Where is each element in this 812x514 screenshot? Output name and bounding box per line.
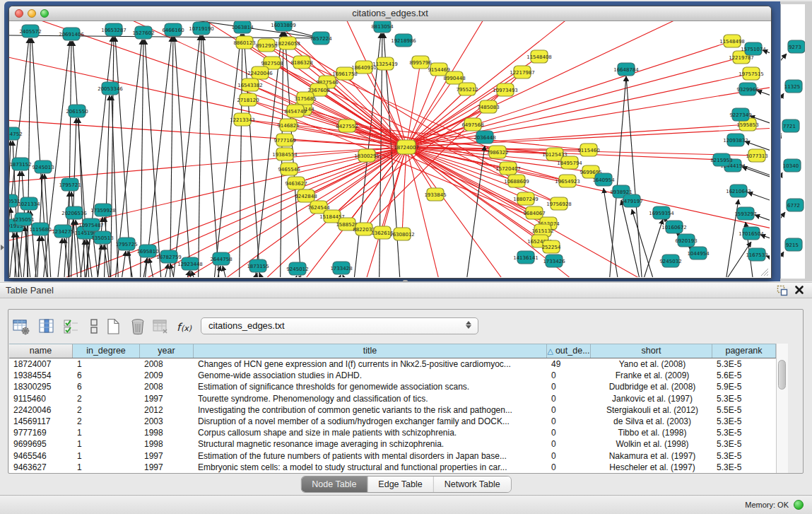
table-cell[interactable]: 9777169 [9, 427, 73, 438]
table-selector-dropdown[interactable]: citations_edges.txt [201, 317, 478, 334]
graph-node[interactable]: 8454749 [284, 105, 306, 117]
graph-node[interactable]: 16648784 [613, 63, 639, 76]
table-cell[interactable]: 1997 [140, 450, 194, 462]
graph-node[interactable]: 17016504 [739, 227, 764, 240]
graph-node[interactable]: 12217987 [510, 66, 535, 78]
table-cell[interactable]: 2 [73, 393, 140, 404]
graph-node[interactable]: 7857224 [310, 32, 332, 45]
table-cell[interactable]: 6 [73, 370, 140, 381]
graph-node[interactable]: 1527602 [132, 26, 154, 39]
graph-node[interactable]: 9245032 [659, 255, 681, 267]
graph-node[interactable]: 1873155 [247, 259, 269, 272]
graph-node[interactable]: 16959354 [649, 206, 674, 219]
table-cell[interactable]: Estimation of significance thresholds fo… [194, 381, 547, 392]
graph-node[interactable]: 2644752 [9, 127, 23, 140]
tab-network-table[interactable]: Network Table [434, 477, 511, 492]
graph-node[interactable]: 1115680 [29, 223, 51, 235]
table-cell[interactable]: Nakamura et al. (1997) [591, 450, 712, 462]
graph-node[interactable]: 1733426 [543, 255, 565, 267]
graph-node[interactable]: 1044954 [687, 247, 710, 259]
table-cell[interactable]: Disruption of a novel member of a sodium… [194, 416, 547, 427]
network-canvas[interactable]: 2405572 20691406 10653287 1527602 646616… [9, 21, 770, 277]
table-cell[interactable]: 14569117 [9, 416, 73, 427]
graph-node[interactable]: 12213343 [230, 113, 255, 126]
graph-node[interactable]: 1021334 [18, 197, 40, 210]
close-panel-button[interactable] [794, 284, 805, 296]
graph-node[interactable]: 1873152 [9, 158, 31, 170]
table-row[interactable]: 1872400712008Changes of HCN gene express… [9, 358, 776, 370]
table-row[interactable]: 946554611997Estimation of the future num… [9, 450, 776, 462]
memory-status-dot[interactable] [794, 500, 804, 510]
table-cell[interactable]: 5.3E-5 [712, 416, 776, 427]
table-cell[interactable]: 0 [547, 450, 591, 462]
scrollbar-thumb[interactable] [778, 360, 786, 390]
table-cell[interactable]: 0 [547, 393, 591, 404]
table-cell[interactable]: 5.3E-5 [712, 438, 776, 450]
table-cell[interactable]: Hescheler et al. (1997) [591, 462, 712, 473]
graph-node[interactable]: 10688609 [504, 175, 529, 187]
table-cell[interactable]: Dudbridge et al. (2008) [591, 381, 712, 392]
table-row[interactable]: 969969511998Structural magnetic resonanc… [9, 438, 776, 450]
table-cell[interactable]: Investigating the contribution of common… [194, 404, 547, 416]
graph-node[interactable]: 12093832 [723, 134, 748, 146]
table-cell[interactable]: 2008 [140, 381, 194, 392]
graph-node[interactable]: 2405572 [19, 25, 41, 37]
graph-node[interactable]: 1795721 [59, 178, 81, 191]
graph-node[interactable]: 20206536 [61, 206, 87, 219]
table-cell[interactable]: 0 [547, 416, 591, 427]
table-cell[interactable]: 0 [547, 404, 591, 416]
table-vertical-scrollbar[interactable] [776, 344, 788, 473]
graph-node[interactable]: 1235051 [12, 213, 34, 226]
window-close-button[interactable] [15, 9, 23, 18]
graph-node[interactable]: 1063814 [231, 21, 254, 33]
table-cell[interactable]: 1 [73, 450, 140, 462]
graph-node[interactable]: 19218986 [391, 34, 416, 47]
graph-node[interactable]: 9245012 [286, 262, 308, 275]
table-cell[interactable]: 18300295 [9, 381, 73, 392]
graph-node[interactable]: 8427552 [336, 119, 358, 132]
table-cell[interactable]: Stergiakouli et al. (2012) [591, 404, 712, 416]
table-row[interactable]: 2242004622012Investigating the contribut… [9, 404, 776, 416]
column-header-year[interactable]: year [140, 344, 194, 358]
table-cell[interactable]: 9115460 [9, 393, 73, 404]
graph-node[interactable]: 1167533 [746, 248, 767, 261]
graph-node[interactable]: 2036448 [473, 131, 495, 144]
table-cell[interactable]: 0 [547, 438, 591, 450]
column-header-short[interactable]: short [591, 344, 712, 358]
select-all-icon[interactable] [60, 316, 83, 339]
graph-node[interactable]: 1350513 [91, 231, 113, 244]
graph-node[interactable]: 2644758 [210, 252, 232, 265]
table-cell[interactable]: Jankovic et al. (1997) [591, 393, 712, 404]
graph-node[interactable]: 10653287 [101, 23, 126, 36]
table-cell[interactable]: 0 [547, 381, 591, 392]
column-header-title[interactable]: title [194, 344, 547, 358]
table-cell[interactable]: 5.5E-5 [712, 404, 776, 416]
table-cell[interactable]: Embryonic stem cells: a model to study s… [194, 462, 547, 473]
table-cell[interactable]: 19384554 [9, 370, 73, 381]
graph-node[interactable]: 8215953 [710, 153, 732, 166]
graph-node[interactable]: 7986322 [486, 146, 508, 158]
graph-node[interactable]: 18724007 [394, 140, 419, 154]
table-cell[interactable]: 9699695 [9, 438, 73, 450]
table-cell[interactable]: Yano et al. (2008) [591, 358, 712, 370]
table-cell[interactable]: 2 [73, 404, 140, 416]
table-cell[interactable]: 1998 [140, 438, 194, 450]
graph-node[interactable]: 18226058 [275, 37, 300, 49]
graph-node[interactable]: 1733428 [330, 262, 352, 274]
graph-node[interactable]: 2718120 [237, 93, 259, 106]
table-cell[interactable]: 2008 [140, 358, 194, 370]
table-row[interactable]: 911546021997Tourette syndrome. Phenomeno… [9, 393, 776, 404]
table-cell[interactable]: 1 [73, 438, 140, 450]
float-panel-icon[interactable] [777, 285, 788, 296]
graph-node[interactable]: 19757515 [739, 67, 764, 80]
column-header-in_degree[interactable]: in_degree [73, 344, 140, 358]
table-cell[interactable]: 5.6E-5 [712, 370, 776, 381]
table-cell[interactable]: 6 [73, 381, 140, 392]
table-cell[interactable]: 22420046 [9, 404, 73, 416]
table-row[interactable]: 946362711997Embryonic stem cells: a mode… [9, 462, 776, 473]
table-cell[interactable]: 2 [73, 416, 140, 427]
graph-node[interactable]: 9465546 [278, 163, 300, 175]
column-header-out_de[interactable]: △out_de... [547, 344, 591, 358]
table-cell[interactable]: 49 [547, 358, 591, 370]
table-row[interactable]: 977716911998Corpus callosum shape and si… [9, 427, 776, 438]
